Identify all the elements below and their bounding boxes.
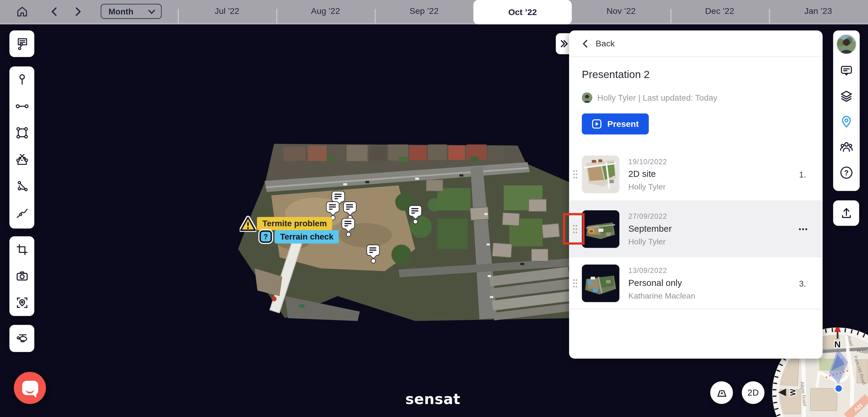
- help-button[interactable]: ?: [833, 160, 860, 185]
- comment-tool-button[interactable]: [9, 30, 34, 57]
- measure-area-button[interactable]: [9, 120, 34, 146]
- measure-distance-button[interactable]: [9, 93, 34, 120]
- present-label: Present: [607, 119, 639, 129]
- home-button[interactable]: [14, 4, 30, 19]
- forward-arrow-icon: [73, 7, 83, 17]
- upload-icon: [839, 206, 854, 220]
- measure-angle-button[interactable]: [9, 173, 34, 199]
- back-button[interactable]: Back: [569, 30, 823, 57]
- fly-through-icon: [15, 331, 29, 345]
- timeline-bar: Month Jul ’22 Aug ’22 Sep ’22 Oct ’22 No…: [0, 0, 868, 24]
- location-dot: [835, 385, 843, 393]
- drag-handle-icon[interactable]: [571, 278, 579, 288]
- layers-button[interactable]: [833, 84, 860, 109]
- freehand-line-button[interactable]: [9, 199, 34, 226]
- slide-row-2d-site[interactable]: 19/10/2022 2D site Holly Tyler 1.: [569, 148, 823, 200]
- point-marker-icon: [15, 73, 29, 87]
- slide-name: 2D site: [628, 169, 667, 179]
- back-label: Back: [595, 38, 615, 49]
- comment-bubble-icon: [343, 201, 356, 213]
- timeline-forward-button[interactable]: [70, 4, 86, 19]
- timeline-interval-dropdown[interactable]: Month: [101, 4, 161, 19]
- help-icon: ?: [839, 165, 854, 180]
- screenshot-camera-button[interactable]: [9, 263, 34, 289]
- north-label: N: [834, 339, 841, 349]
- slide-thumbnail: [582, 264, 619, 302]
- comment-marker[interactable]: [409, 205, 422, 224]
- crop-button[interactable]: [9, 236, 34, 263]
- slide-row-september[interactable]: 27/09/2022 September Holly Tyler •••: [569, 200, 823, 257]
- chat-launcher-button[interactable]: [14, 372, 46, 404]
- slide-date: 27/09/2022: [628, 212, 672, 220]
- timeline-month-active[interactable]: Oct ’22: [473, 0, 572, 24]
- chevron-down-icon: [148, 8, 156, 14]
- comment-anchor-dot: [413, 219, 418, 224]
- slide-order: 1.: [799, 170, 806, 179]
- comment-anchor-dot: [346, 232, 351, 237]
- highlight-rectangle: [563, 213, 585, 245]
- slide-info: 27/09/2022 September Holly Tyler: [628, 212, 672, 246]
- svg-text:?: ?: [264, 233, 268, 241]
- slide-author: Katharine Maclean: [628, 291, 695, 300]
- slide-name: September: [628, 224, 672, 233]
- slide-thumbnail: [582, 210, 619, 248]
- interval-label: Month: [108, 7, 133, 16]
- slide-author: Holly Tyler: [628, 237, 672, 246]
- scan-area-button[interactable]: [9, 290, 34, 316]
- mode-2d-button[interactable]: 2D: [742, 381, 764, 404]
- measure-area-icon: [15, 126, 29, 140]
- slide-row-personal-only[interactable]: 13/09/2022 Personal only Katharine Macle…: [569, 257, 823, 309]
- measure-distance-icon: [15, 99, 29, 114]
- timeline-month[interactable]: Nov ’22: [607, 6, 636, 16]
- upload-button[interactable]: [833, 200, 859, 226]
- point-marker-button[interactable]: [9, 66, 34, 93]
- fly-through-button[interactable]: [9, 325, 34, 351]
- comment-bubble-icon: [367, 245, 380, 256]
- right-rail: ?: [833, 30, 860, 191]
- timeline-divider: [769, 9, 770, 23]
- timeline-divider: [375, 9, 375, 23]
- comment-marker[interactable]: [343, 201, 356, 220]
- comment-marker[interactable]: [367, 245, 380, 263]
- slide-order: 3.: [799, 279, 806, 288]
- crop-icon: [15, 242, 29, 257]
- slide-date: 13/09/2022: [628, 266, 695, 275]
- timeline-month[interactable]: Jul ’22: [215, 6, 239, 16]
- comment-marker[interactable]: [332, 191, 345, 202]
- toolbar-group-capture: [9, 236, 34, 316]
- cut-fill-button[interactable]: [9, 146, 34, 173]
- view-cone-button[interactable]: [710, 381, 733, 404]
- user-avatar-button[interactable]: [833, 30, 860, 58]
- timeline-divider: [178, 9, 179, 23]
- timeline-divider: [276, 9, 277, 23]
- comments-icon: [839, 64, 854, 78]
- present-button[interactable]: Present: [582, 114, 649, 135]
- measure-angle-icon: [15, 179, 29, 193]
- back-chevron-icon: [581, 39, 589, 47]
- timeline-month[interactable]: Jan ’23: [804, 6, 832, 16]
- collapse-chevrons-icon: [560, 39, 568, 48]
- comment-marker[interactable]: [341, 218, 355, 237]
- timeline-back-button[interactable]: [46, 4, 62, 19]
- timeline-month[interactable]: Dec ’22: [705, 6, 734, 16]
- slide-thumbnail: [582, 156, 619, 193]
- slide-menu-ellipsis[interactable]: •••: [799, 225, 808, 233]
- annotation-terrain[interactable]: ? Terrain check: [258, 229, 339, 244]
- drag-handle-icon[interactable]: [571, 169, 579, 179]
- annotations-pin-button[interactable]: [833, 109, 860, 134]
- warning-icon: [240, 216, 256, 232]
- collaborators-button[interactable]: [833, 134, 860, 160]
- annotations-pin-icon: [839, 115, 854, 129]
- scan-area-icon: [15, 296, 29, 310]
- timeline-month[interactable]: Aug ’22: [311, 6, 340, 16]
- timeline-month[interactable]: Sep ’22: [410, 6, 439, 16]
- comment-tool-icon: [15, 36, 29, 51]
- slide-info: 19/10/2022 2D site Holly Tyler: [628, 158, 667, 191]
- comment-bubble-icon: [326, 201, 339, 213]
- presentation-meta-text: Holly Tyler | Last updated: Today: [597, 93, 717, 102]
- presentation-meta: Holly Tyler | Last updated: Today: [582, 93, 717, 103]
- toolbar-group-comment: [9, 30, 34, 57]
- layers-icon: [839, 89, 854, 104]
- slide-info: 13/09/2022 Personal only Katharine Macle…: [628, 266, 695, 300]
- comments-button[interactable]: [833, 58, 860, 84]
